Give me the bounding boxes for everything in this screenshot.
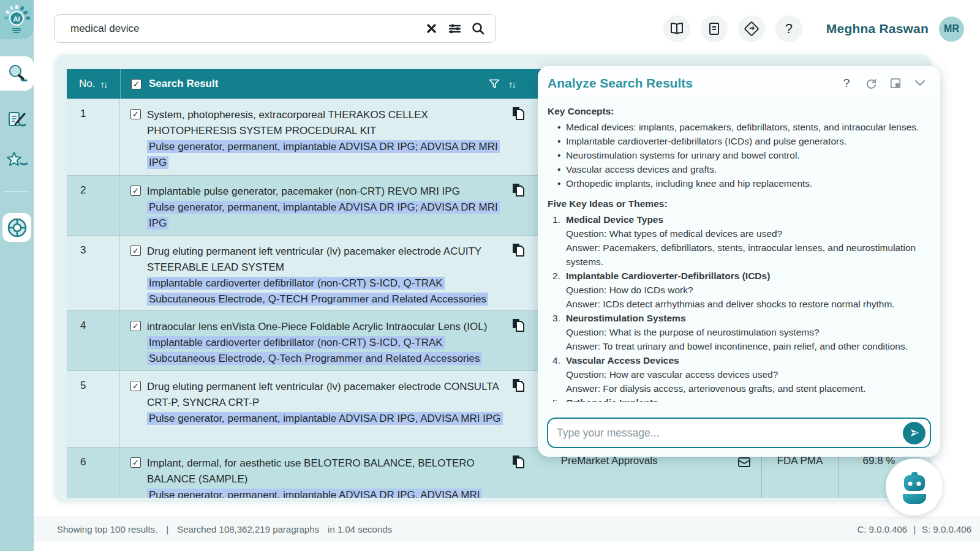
row-number: 3 (67, 236, 120, 310)
panel-help-icon[interactable]: ? (840, 77, 853, 90)
clear-search-icon[interactable] (424, 22, 438, 36)
key-concept: Medical devices: implants, pacemakers, d… (548, 120, 927, 134)
help-button[interactable]: ? (775, 15, 802, 42)
collapse-chevron-icon[interactable] (913, 77, 927, 90)
theme-title: Medical Device Types (566, 212, 927, 227)
result-highlight: Pulse generator, permanent, implantable … (147, 489, 482, 498)
themes-list: 1. Medical Device Types Question: What t… (548, 212, 927, 402)
theme-title: Orthopedic Implants (566, 395, 927, 402)
theme-answer: Answer: To treat urinary and bowel incon… (566, 339, 927, 353)
version-separator: | (913, 524, 916, 534)
filter-icon[interactable] (489, 78, 500, 89)
life-buoy-icon (6, 217, 28, 239)
theme-title: Vascular Access Devices (566, 353, 927, 367)
file-icon (708, 22, 720, 36)
sidebar-item-support[interactable] (2, 213, 31, 242)
row-checkbox[interactable]: ✓ (130, 109, 141, 119)
book-icon (669, 22, 684, 36)
panel-content: Key Concepts: Medical devices: implants,… (538, 96, 940, 402)
ai-lightbulb-icon: AI (4, 4, 31, 36)
sidebar-item-notes[interactable] (0, 103, 34, 137)
sort-icon[interactable]: ↑↓ (100, 79, 107, 89)
row-number: 6 (67, 448, 120, 498)
result-highlight: Pulse generator, permanent, implantable … (147, 201, 500, 230)
select-all-checkbox[interactable]: ✓ (131, 79, 141, 89)
share-button[interactable] (738, 15, 765, 42)
chatbot-button[interactable] (886, 459, 943, 515)
theme-answer: Answer: ICDs detect arrhythmias and deli… (566, 297, 927, 311)
theme-title: Implantable Cardioverter-Defibrillators … (566, 269, 927, 283)
search-hand-icon (7, 63, 28, 84)
results-count: Showing top 100 results. (57, 524, 157, 534)
search-time: in 1.04 seconds (328, 524, 392, 534)
theme-title: Neurostimulation Systems (566, 311, 927, 325)
theme-question: Question: What types of medical devices … (566, 227, 927, 241)
result-title: intraocular lens enVista One-Piece Folda… (147, 321, 487, 332)
result-title: Implantable pulse generator, pacemaker (… (147, 186, 460, 197)
themes-label: Five Key Ideas or Themes: (548, 197, 927, 211)
copy-icon[interactable] (512, 107, 524, 120)
key-concept: Implantable cardioverter-defibrillators … (548, 134, 927, 148)
key-concepts-list: Medical devices: implants, pacemakers, d… (548, 120, 927, 190)
searched-paragraphs: Searched 108,362,219 paragraphs (177, 524, 319, 534)
library-button[interactable] (663, 15, 690, 42)
sort-results-icon[interactable]: ↑↓ (508, 79, 515, 89)
theme-question: Question: How are vascular access device… (566, 367, 927, 381)
topbar-actions: ? Meghna Raswan MR (663, 15, 964, 43)
panel-title: Analyze Search Results (548, 76, 693, 91)
search-input[interactable] (55, 23, 424, 35)
sidebar-item-favorites[interactable] (0, 143, 34, 178)
key-concept: Neurostimulation systems for urinary and… (548, 148, 927, 162)
key-concept: Orthopedic implants, including knee and … (548, 176, 927, 190)
copy-icon[interactable] (512, 318, 524, 332)
row-checkbox[interactable]: ✓ (130, 457, 141, 468)
result-highlight: Implantable cardioverter defibrillator (… (147, 336, 482, 365)
key-concept: Vascular access devices and grafts. (548, 162, 927, 176)
copy-icon[interactable] (512, 243, 524, 257)
avatar[interactable]: MR (939, 17, 964, 42)
copy-icon[interactable] (512, 183, 524, 197)
documents-button[interactable] (701, 15, 728, 42)
status-bar: Showing top 100 results. | Searched 108,… (34, 517, 980, 541)
theme-question: Question: How do ICDs work? (566, 283, 927, 297)
star-hand-icon (6, 151, 28, 170)
analyze-panel: Analyze Search Results ? Key Concepts: M… (538, 66, 940, 457)
search-bar (54, 14, 496, 43)
row-checkbox[interactable]: ✓ (130, 381, 141, 391)
document-pen-icon (7, 110, 28, 130)
popout-icon[interactable] (889, 77, 902, 90)
row-checkbox[interactable]: ✓ (130, 186, 141, 196)
mail-icon[interactable] (738, 457, 750, 467)
robot-icon (897, 470, 932, 505)
copy-icon[interactable] (512, 455, 524, 468)
result-title: Drug eluting permanent left ventricular … (147, 246, 481, 273)
share-diamond-icon (744, 21, 760, 37)
client-version: C: 9.0.0.406 (857, 524, 907, 534)
search-filters-icon[interactable] (448, 22, 461, 36)
row-checkbox[interactable]: ✓ (130, 321, 141, 331)
app-logo[interactable]: AI (0, 0, 34, 39)
row-number: 2 (67, 176, 120, 235)
user-name: Meghna Raswan (826, 21, 929, 36)
copy-icon[interactable] (512, 378, 524, 392)
result-highlight: Pulse generator, permanent, implantable … (147, 140, 500, 169)
theme-answer: Answer: Pacemakers, defibrillators, sten… (566, 241, 927, 269)
footer-separator: | (166, 524, 168, 534)
send-button[interactable] (903, 422, 925, 444)
result-source: PreMarket Approvals (561, 455, 658, 467)
svg-text:AI: AI (13, 15, 20, 23)
sidebar-item-search[interactable] (0, 56, 34, 91)
result-title: Implant, dermal, for aesthetic use BELOT… (147, 457, 475, 485)
result-highlight: Pulse generator, permanent, implantable … (147, 412, 503, 425)
row-checkbox[interactable]: ✓ (130, 246, 141, 256)
chat-input-bar (547, 418, 931, 448)
row-number: 4 (67, 311, 120, 370)
result-title: Drug eluting permanent left ventricular … (147, 381, 499, 408)
result-highlight: Implantable cardioverter defibrillator (… (147, 277, 488, 305)
theme-answer: Answer: For dialysis access, arterioveno… (566, 381, 927, 395)
refresh-icon[interactable] (864, 77, 878, 90)
search-submit-icon[interactable] (471, 22, 484, 36)
sidebar: AI (0, 0, 34, 551)
column-header-no[interactable]: No. ↑↓ (67, 69, 121, 99)
chat-message-input[interactable] (548, 427, 903, 440)
